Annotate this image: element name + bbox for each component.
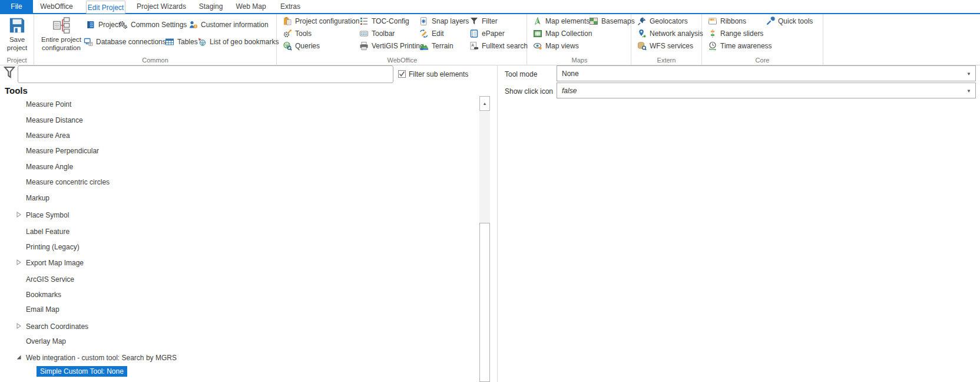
tree-item-measure-point[interactable]: Measure Point xyxy=(0,99,471,109)
tab-project-wizards[interactable]: Project Wizards xyxy=(131,0,192,13)
ribbon-group-common: Entire project configuration Project Com… xyxy=(34,14,277,65)
expand-collapsed-icon[interactable] xyxy=(16,259,22,265)
entire-project-configuration-button[interactable]: Entire project configuration xyxy=(38,15,85,52)
project-label: Project xyxy=(98,21,120,29)
epaper-label: ePaper xyxy=(482,29,505,38)
terrain-label: Terrain xyxy=(432,42,453,50)
geo-bookmarks-icon xyxy=(197,37,207,47)
tree-item-selected-label: Simple Custom Tool: None xyxy=(37,366,127,377)
common-settings-button[interactable]: Common Settings xyxy=(118,19,187,31)
project-button[interactable]: Project xyxy=(86,19,120,31)
tree-item-email-map[interactable]: Email Map xyxy=(0,304,471,314)
tree-item-measure-concentric-circles[interactable]: Measure concentric circles xyxy=(0,177,471,187)
tree-scrollbar-up-button[interactable]: ▲ xyxy=(479,96,490,111)
toc-config-icon xyxy=(359,17,369,26)
tree-item-place-symbol[interactable]: Place Symbol xyxy=(0,210,471,220)
tree-item-measure-area[interactable]: Measure Area xyxy=(0,130,471,140)
tab-staging-label: Staging xyxy=(199,2,223,11)
tools-button[interactable]: Tools xyxy=(283,28,312,39)
map-views-icon xyxy=(533,41,542,51)
tree-item-web-integration-custom-tool[interactable]: Web integration - custom tool: Search by… xyxy=(0,353,471,363)
tab-web-map[interactable]: Web Map xyxy=(232,0,270,13)
project-icon xyxy=(86,20,95,29)
ribbons-button[interactable]: Ribbons xyxy=(708,15,746,27)
database-connections-button[interactable]: Database connections xyxy=(84,36,166,48)
tab-web-map-label: Web Map xyxy=(236,2,266,11)
save-project-button[interactable]: Save project xyxy=(1,15,34,52)
show-click-icon-dropdown[interactable]: false ▼ xyxy=(557,83,976,98)
tree-scrollbar-thumb[interactable] xyxy=(479,223,490,382)
toolbar-label: Toolbar xyxy=(372,29,395,38)
tab-weboffice[interactable]: WebOffice xyxy=(34,0,79,13)
toc-config-button[interactable]: TOC-Config xyxy=(359,15,409,27)
expand-collapsed-icon[interactable] xyxy=(16,212,22,218)
tables-icon xyxy=(165,37,174,47)
quick-tools-icon xyxy=(766,17,775,26)
ribbon-group-maps: Map elements Map Collection Map views xyxy=(528,14,631,65)
tree-item-label: Measure Area xyxy=(26,131,70,140)
ribbon-group-core-label: Core xyxy=(702,57,823,64)
terrain-button[interactable]: Terrain xyxy=(419,40,453,52)
tree-panel-title: Tools xyxy=(5,85,28,95)
tree-item-measure-angle[interactable]: Measure Angle xyxy=(0,162,471,172)
tree-item-label-feature[interactable]: Label Feature xyxy=(0,226,471,236)
quick-tools-button[interactable]: Quick tools xyxy=(766,15,813,27)
tool-mode-dropdown[interactable]: None ▼ xyxy=(557,65,976,81)
toolbar-button[interactable]: Toolbar xyxy=(359,28,395,39)
tree-item-export-map-image[interactable]: Export Map Image xyxy=(0,258,471,268)
tree-item-label: Measure Angle xyxy=(26,163,73,171)
project-configuration-button[interactable]: Project configuration xyxy=(283,15,359,27)
time-awareness-button[interactable]: Time awareness xyxy=(708,40,772,52)
checkmark-icon xyxy=(399,71,405,77)
show-click-icon-label: Show click icon xyxy=(505,87,553,95)
vertigis-printing-button[interactable]: VertiGIS Printing xyxy=(359,40,424,52)
expand-expanded-icon[interactable] xyxy=(16,354,22,360)
tables-button[interactable]: Tables xyxy=(165,36,198,48)
tab-file[interactable]: File xyxy=(0,0,33,13)
tree-filter-input[interactable] xyxy=(18,65,393,83)
map-elements-button[interactable]: Map elements xyxy=(533,15,590,27)
svg-text:A: A xyxy=(471,43,474,47)
edit-button[interactable]: Edit xyxy=(419,28,444,39)
snap-layers-button[interactable]: Snap layers xyxy=(419,15,469,27)
range-sliders-button[interactable]: Range sliders xyxy=(708,28,763,39)
tab-file-label: File xyxy=(11,2,22,11)
basemaps-label: Basemaps xyxy=(601,17,635,25)
network-analysis-label: Network analysis xyxy=(650,29,703,38)
map-views-button[interactable]: Map views xyxy=(533,40,579,52)
filter-button[interactable]: Filter xyxy=(469,15,498,27)
tree-item-label: Place Symbol xyxy=(26,211,69,219)
basemaps-button[interactable]: Basemaps xyxy=(589,15,635,27)
queries-button[interactable]: Queries xyxy=(283,40,320,52)
tree-item-search-coordinates[interactable]: Search Coordinates xyxy=(0,321,471,331)
expand-collapsed-icon[interactable] xyxy=(16,323,22,329)
filter-sub-elements-checkbox[interactable] xyxy=(398,70,406,78)
tree-item-printing-legacy[interactable]: Printing (Legacy) xyxy=(0,242,471,252)
tree-item-bookmarks[interactable]: Bookmarks xyxy=(0,289,471,299)
ribbon-group-project: Save project Project xyxy=(0,14,34,65)
epaper-button[interactable]: ePaper xyxy=(469,28,505,39)
tree-item-simple-custom-tool[interactable]: Simple Custom Tool: None xyxy=(0,366,471,376)
network-analysis-button[interactable]: Network analysis xyxy=(637,28,703,39)
tab-extras[interactable]: Extras xyxy=(274,0,306,13)
fulltext-search-button[interactable]: A Fulltext search xyxy=(469,40,528,52)
tab-edit-project[interactable]: Edit Project xyxy=(86,1,125,14)
tree-item-measure-distance[interactable]: Measure Distance xyxy=(0,115,471,125)
geolocators-button[interactable]: Geolocators xyxy=(637,15,688,27)
geolocators-icon xyxy=(637,17,647,26)
tools-label: Tools xyxy=(295,29,312,38)
tab-project-wizards-label: Project Wizards xyxy=(137,2,186,11)
map-elements-icon xyxy=(533,17,542,26)
list-of-geo-bookmarks-button[interactable]: List of geo bookmarks xyxy=(197,36,279,48)
tree-item-markup[interactable]: Markup xyxy=(0,193,471,203)
map-collection-button[interactable]: Map Collection xyxy=(533,28,592,39)
map-collection-label: Map Collection xyxy=(545,29,592,38)
tree-item-overlay-map[interactable]: Overlay Map xyxy=(0,336,471,346)
tree-item-measure-perpendicular[interactable]: Measure Perpendicular xyxy=(0,146,471,156)
wfs-services-button[interactable]: WFS services xyxy=(637,40,693,52)
tree-item-arcgis-service[interactable]: ArcGIS Service xyxy=(0,274,471,284)
geolocators-label: Geolocators xyxy=(650,17,688,25)
epaper-icon xyxy=(469,29,479,38)
customer-information-button[interactable]: Customer information xyxy=(188,19,269,31)
tab-staging[interactable]: Staging xyxy=(194,0,227,13)
